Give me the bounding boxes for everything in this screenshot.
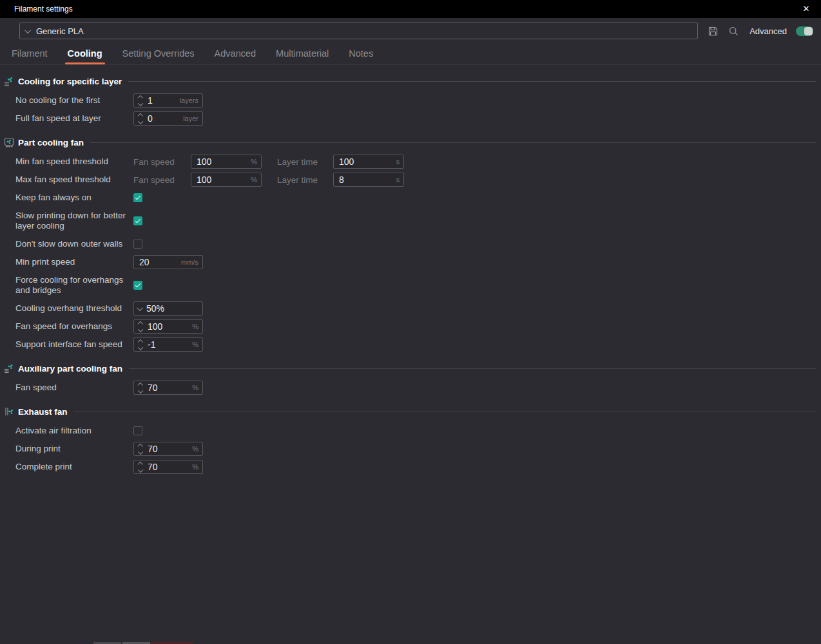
save-icon [708,26,719,37]
setting-label: Full fan speed at layer [15,113,133,124]
tab-filament[interactable]: Filament [10,48,49,64]
tab-advanced[interactable]: Advanced [213,48,258,64]
exhaust-fan-icon [3,406,15,417]
row-force-cooling-overhangs: Force cooling for overhangs and bridges [0,271,821,299]
setting-label: Don't slow down outer walls [15,239,133,249]
full-fan-at-layer-value[interactable] [144,113,183,124]
during-print-input[interactable]: % [133,442,203,456]
tab-multimaterial[interactable]: Multimaterial [275,48,330,64]
preset-dropdown[interactable]: Generic PLA [19,23,698,39]
preset-bar: Generic PLA Advanced [0,18,821,44]
check-icon [135,281,140,287]
stepper-arrows[interactable] [134,444,144,453]
unit-label: s [396,158,404,166]
activate-air-filtration-checkbox[interactable] [133,426,142,435]
settings-page-cooling: Cooling for specific layer No cooling fo… [0,65,821,476]
stepper-arrows[interactable] [134,114,144,123]
unit-label: % [192,323,202,330]
section-auxiliary-part-cooling-fan: Auxiliary part cooling fan [3,362,816,375]
search-settings-button[interactable] [728,25,739,37]
force-cooling-overhangs-checkbox[interactable] [133,281,142,290]
no-cooling-first-value[interactable] [144,95,180,106]
fan-speed-sublabel: Fan speed [133,175,191,185]
min-threshold-layer-time-value[interactable] [334,156,396,167]
row-support-interface-fan-speed: Support interface fan speed % [0,336,821,354]
setting-label: Min fan speed threshold [15,156,133,167]
section-title: Cooling for specific layer [18,77,122,86]
fan-speed-overhangs-value[interactable] [144,321,192,332]
max-threshold-layer-time-input[interactable]: s [333,173,404,187]
stepper-arrows[interactable] [134,322,144,331]
section-divider [129,368,816,369]
slow-printing-down-checkbox[interactable] [133,216,142,225]
setting-label: Cooling overhang threshold [15,303,133,314]
auxiliary-part-cooling-fan-icon [3,363,15,374]
no-cooling-first-input[interactable]: layers [133,93,203,108]
min-threshold-layer-time-input[interactable]: s [333,155,404,169]
close-icon[interactable]: ✕ [798,0,815,18]
section-divider [74,412,816,412]
row-during-print: During print % [0,440,821,458]
stepper-arrows[interactable] [134,340,144,349]
section-cooling-specific-layer: Cooling for specific layer [3,75,816,88]
complete-print-input[interactable]: % [133,460,203,474]
fan-speed-sublabel: Fan speed [133,157,191,167]
dropdown-value: 50% [143,303,164,314]
complete-print-value[interactable] [144,462,192,472]
window-titlebar: Filament settings ✕ [0,0,821,18]
section-title: Exhaust fan [18,407,68,417]
min-print-speed-value[interactable] [134,257,181,267]
support-interface-fan-speed-value[interactable] [144,339,192,350]
section-divider [90,142,816,143]
unit-label: % [192,463,202,471]
tab-cooling[interactable]: Cooling [66,48,104,64]
section-exhaust-fan: Exhaust fan [3,405,816,418]
section-title: Auxiliary part cooling fan [18,364,122,374]
row-min-fan-speed-threshold: Min fan speed threshold Fan speed % Laye… [0,153,821,171]
max-threshold-fan-speed-value[interactable] [191,175,251,185]
tab-notes[interactable]: Notes [347,48,374,64]
max-threshold-fan-speed-input[interactable]: % [191,173,262,187]
check-icon [135,194,140,199]
tab-setting-overrides[interactable]: Setting Overrides [121,48,196,64]
setting-label: Support interface fan speed [15,339,133,350]
during-print-value[interactable] [144,444,192,454]
aux-fan-speed-value[interactable] [144,383,192,393]
full-fan-at-layer-input[interactable]: layer [133,111,203,126]
chevron-down-icon [137,305,143,311]
row-activate-air-filtration: Activate air filtration [0,422,821,440]
layer-time-sublabel: Layer time [277,157,333,167]
stepper-arrows[interactable] [134,96,144,105]
row-min-print-speed: Min print speed mm/s [0,253,821,271]
min-threshold-fan-speed-value[interactable] [191,156,251,167]
stepper-arrows[interactable] [134,383,144,392]
max-threshold-layer-time-value[interactable] [334,175,396,185]
unit-label: layer [183,115,202,122]
row-slow-printing-down: Slow printing down for better layer cool… [0,207,821,235]
row-aux-fan-speed: Fan speed % [0,379,821,397]
keep-fan-always-on-checkbox[interactable] [133,193,142,202]
save-preset-button[interactable] [707,25,719,37]
fan-speed-overhangs-input[interactable]: % [133,319,203,334]
stepper-arrows[interactable] [134,462,144,471]
setting-label: Force cooling for overhangs and bridges [15,275,133,296]
setting-label: Fan speed for overhangs [15,321,133,332]
unit-label: % [251,176,261,184]
advanced-mode-toggle[interactable] [796,26,813,36]
advanced-mode-label: Advanced [749,26,787,36]
min-threshold-fan-speed-input[interactable]: % [191,155,262,169]
cooling-overhang-threshold-dropdown[interactable]: 50% [133,301,203,316]
setting-label: Slow printing down for better layer cool… [15,211,133,231]
row-cooling-overhang-threshold: Cooling overhang threshold 50% [0,299,821,317]
dont-slow-outer-walls-checkbox[interactable] [133,240,142,249]
unit-label: s [396,176,404,184]
cooling-specific-layer-icon [3,75,15,87]
window-title: Filament settings [14,5,798,14]
min-print-speed-input[interactable]: mm/s [133,255,203,269]
toggle-knob [804,27,813,35]
unit-label: % [192,384,202,392]
row-no-cooling-first: No cooling for the first layers [0,91,821,109]
section-part-cooling-fan: Part cooling fan [3,136,816,149]
aux-fan-speed-input[interactable]: % [133,381,203,395]
support-interface-fan-speed-input[interactable]: % [133,337,203,352]
